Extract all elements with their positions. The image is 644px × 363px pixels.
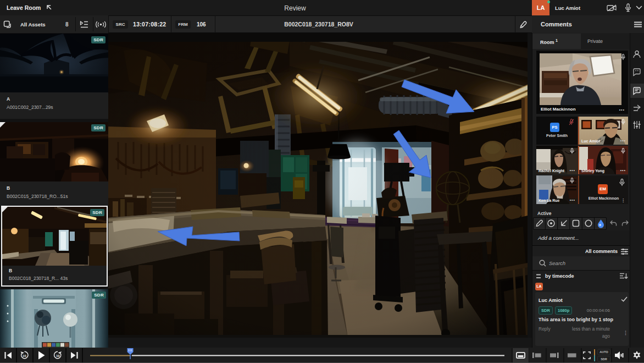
svg-text:10: 10 — [56, 354, 60, 358]
svg-text:SDR: SDR — [601, 358, 607, 361]
svg-text:AUTO: AUTO — [599, 350, 608, 354]
svg-text:10: 10 — [23, 354, 26, 358]
